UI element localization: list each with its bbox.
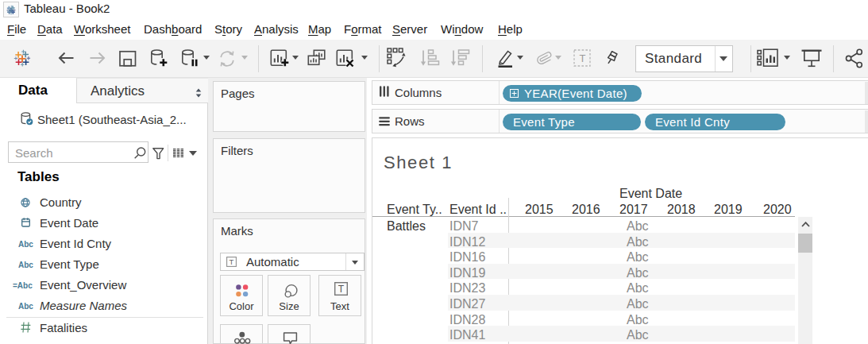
svg-text:T: T xyxy=(580,52,586,64)
svg-text:T: T xyxy=(338,284,345,295)
svg-text:T: T xyxy=(230,257,234,266)
